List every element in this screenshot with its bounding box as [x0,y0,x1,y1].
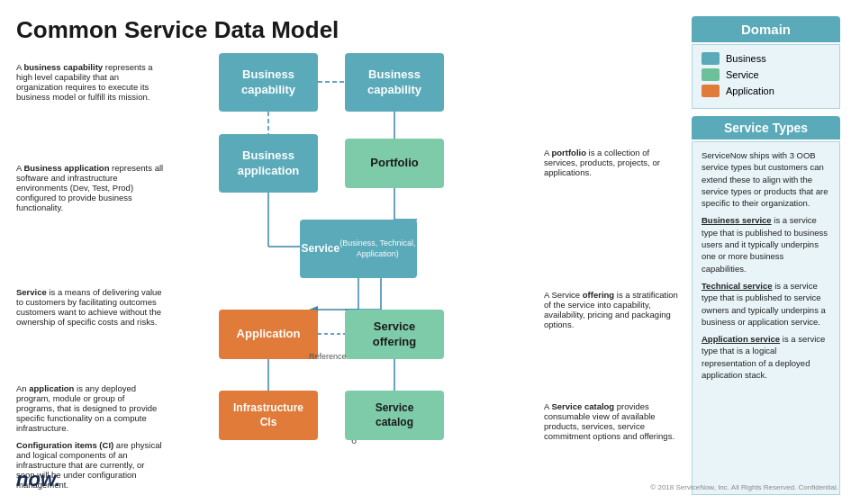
legend-color-business [702,52,720,65]
domain-header: Domain [692,16,840,42]
annotation-text: An application is any deployed program, … [16,383,157,433]
node-infrastructure-cis: InfrastructureCIs [219,391,318,440]
legend-item-business: Business [702,52,830,65]
node-business-application: Businessapplication [219,134,318,193]
page-title: Common Service Data Model [16,16,683,44]
legend-label-service: Service [726,69,759,80]
annotation-business-application: A Business application represents all so… [16,163,164,212]
node-portfolio: Portfolio [345,139,444,188]
annotation-service-catalog: A Service catalog provides consumable vi… [544,401,683,441]
legend-panel: Business Service Application [692,44,840,109]
annotation-service-offering: A Service offering is a stratification o… [544,290,683,329]
service-types-header: Service Types [692,116,840,140]
annotation-portfolio: A portfolio is a collection of services,… [544,148,683,177]
application-service-desc: Application service is a service type th… [702,333,830,381]
application-service-label: Application service [702,334,780,344]
annotations-right: A portfolio is a collection of services,… [539,53,683,497]
copyright: © 2018 ServiceNow, Inc. All Rights Reser… [650,483,838,491]
service-types-intro: ServiceNow ships with 3 OOB service type… [702,149,830,209]
technical-service-desc: Technical service is a service type that… [702,280,830,328]
right-sidebar: Domain Business Service Application Serv… [692,16,840,495]
service-types-content: ServiceNow ships with 3 OOB service type… [692,141,840,495]
legend-color-service [702,68,720,81]
node-service-offering: Serviceoffering [345,310,444,359]
node-application: Application [219,310,318,359]
reference-label: Reference [309,352,347,361]
annotation-business-capability: A business capability represents a high … [16,62,164,102]
business-service-desc: Business service is a service type that … [702,214,830,274]
annotation-service: Service is a means of delivering value t… [16,287,164,327]
logo-area: now. [16,468,60,491]
diagram-area: A business capability represents a high … [16,53,683,497]
legend-color-application [702,85,720,97]
legend-item-application: Application [702,85,830,97]
left-content: Common Service Data Model A business cap… [16,16,683,495]
annotations-left: A business capability represents a high … [16,53,169,497]
diagram-nodes: Businesscapability Businesscapability Bu… [169,53,539,431]
domain-title: Domain [701,22,831,37]
logo: now. [16,468,60,490]
node-service: Service(Business, Technical,Application) [300,220,417,278]
annotation-text: A Service catalog provides consumable vi… [544,401,674,441]
diagram-center: Businesscapability Businesscapability Bu… [169,53,539,497]
annotation-text: A Business application represents all so… [16,163,163,212]
node-business-capability-1: Businesscapability [219,53,318,112]
annotation-text: Service is a means of delivering value t… [16,287,162,327]
annotation-application: An application is any deployed program, … [16,383,164,433]
legend-label-application: Application [726,86,774,96]
node-business-capability-2: Businesscapability [345,53,444,112]
annotation-text: A business capability represents a high … [16,62,153,102]
annotation-text: A portfolio is a collection of services,… [544,148,660,177]
legend-label-business: Business [726,53,766,64]
business-service-label: Business service [702,215,772,225]
main-container: Common Service Data Model A business cap… [0,0,851,504]
node-service-catalog: Servicecatalog [345,391,444,440]
legend-item-service: Service [702,68,830,81]
annotation-text: A Service offering is a stratification o… [544,290,678,329]
service-types-title: Service Types [701,121,831,135]
technical-service-label: Technical service [702,281,773,291]
